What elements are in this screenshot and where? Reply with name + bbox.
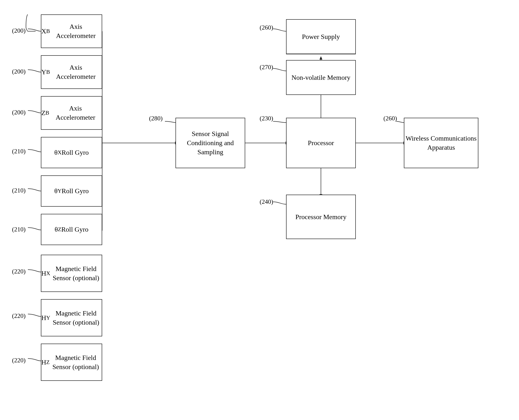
ref-280: (280) [149, 115, 162, 122]
ref-220-1: (220) [12, 268, 25, 275]
xb-accel: XB Axis Accelerometer [41, 15, 102, 48]
zb-accel: ZB Axis Accelerometer [41, 96, 102, 130]
wireless-comm: Wireless Communications Apparatus [404, 118, 478, 168]
ref-210-2: (210) [12, 187, 25, 194]
svg-marker-7 [320, 56, 322, 60]
ref-210-3: (210) [12, 226, 25, 233]
hx-mag: HX Magnetic Field Sensor (optional) [41, 255, 102, 292]
theta-x-gyro: θX Roll Gyro [41, 137, 102, 168]
ref-240: (240) [260, 198, 273, 205]
ref-200-1: (200) [12, 27, 25, 34]
ref-260-1: (260) [260, 24, 273, 31]
yb-accel: YB Axis Accelerometer [41, 55, 102, 89]
theta-y-gyro: θY Roll Gyro [41, 175, 102, 207]
ref-230: (230) [260, 115, 273, 122]
ref-220-3: (220) [12, 357, 25, 364]
diagram-container: XB Axis AccelerometerYB Axis Acceleromet… [0, 0, 519, 420]
hz-mag: HZ Magnetic Field Sensor (optional) [41, 344, 102, 381]
hy-mag: HY Magnetic Field Sensor (optional) [41, 299, 102, 336]
ref-260-2: (260) [383, 115, 397, 122]
ref-200-3: (200) [12, 109, 25, 116]
ref-210-1: (210) [12, 148, 25, 155]
ref-220-2: (220) [12, 312, 25, 320]
ref-270: (270) [260, 64, 273, 71]
processor-memory: Processor Memory [286, 195, 356, 239]
theta-z-gyro: θZ Roll Gyro [41, 214, 102, 245]
non-volatile-memory: Non-volatile Memory [286, 60, 356, 95]
processor: Processor [286, 118, 356, 168]
sensor-signal: Sensor Signal Conditioning and Sampling [176, 118, 245, 168]
ref-200-2: (200) [12, 68, 25, 75]
power-supply: Power Supply [286, 19, 356, 54]
